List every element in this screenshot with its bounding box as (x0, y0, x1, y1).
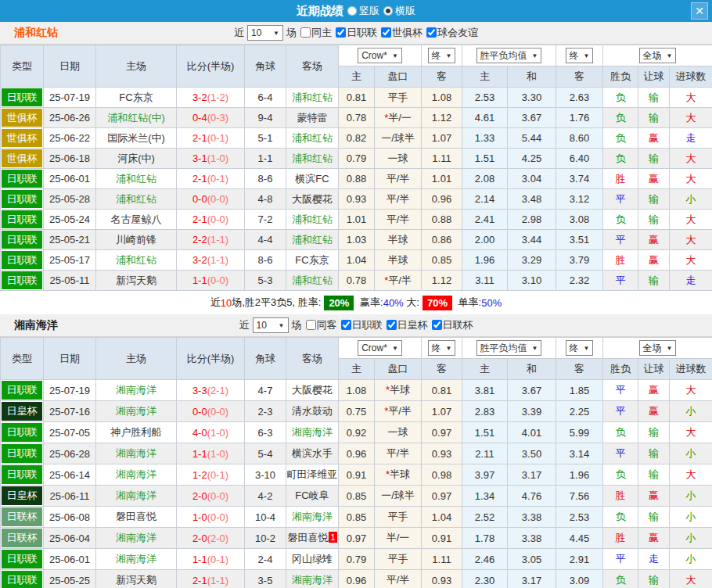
col-header-odds-home: 主 (339, 359, 375, 380)
avg-final-select[interactable]: 终▼ (566, 340, 594, 356)
close-button[interactable]: ✕ (691, 2, 708, 20)
scope-select[interactable]: 全场▼ (639, 48, 677, 63)
odds-handicap: *半球 (375, 380, 422, 401)
result-goals: 大 (670, 422, 712, 443)
filter-checkbox[interactable]: 日职联 (341, 318, 383, 332)
col-header-odds-away: 客 (422, 66, 462, 88)
result-wdl: 平 (603, 189, 638, 210)
checkbox-input[interactable] (432, 320, 442, 330)
corners: 5-1 (245, 128, 286, 149)
match-date: 25-05-11 (44, 271, 96, 291)
competition-badge: 日皇杯 (1, 401, 44, 422)
odds-final-select[interactable]: 终▼ (428, 340, 456, 356)
col-header-odds-handicap: 盘口 (375, 359, 422, 380)
away-team: FC东京 (286, 250, 339, 271)
result-handicap: 输 (638, 271, 670, 291)
checkbox-input[interactable] (381, 27, 391, 38)
layout-radio-group: 竖版横版 (343, 4, 415, 18)
dialog-title: 近期战绩 (297, 4, 343, 19)
match-row: 世俱杯25-06-22国际米兰(中)2-1(0-1)5-1浦和红钻0.82一/球… (1, 128, 712, 149)
checkbox-input[interactable] (336, 27, 346, 38)
avg-source-select[interactable]: 胜平负均值▼ (476, 340, 542, 356)
match-row: 日职联25-07-05神户胜利船4-0(1-0)6-3湘南海洋0.92一球0.9… (1, 422, 712, 443)
result-handicap: 输 (638, 108, 670, 128)
odds-source-select[interactable]: Crow*▼ (358, 48, 402, 63)
avg-away: 2.63 (556, 88, 603, 108)
away-team: 浦和红钻 (286, 230, 339, 250)
checkbox-input[interactable] (306, 320, 316, 330)
radio-icon[interactable] (347, 6, 357, 16)
home-team: 磐田喜悦 (96, 507, 177, 528)
checkbox-input[interactable] (341, 320, 351, 330)
result-goals: 大 (670, 149, 712, 169)
corners: 7-2 (245, 210, 286, 230)
odds-home: 0.82 (339, 128, 375, 149)
match-score: 3-2(1-2) (177, 88, 245, 108)
filter-checkbox[interactable]: 同主 (300, 26, 332, 40)
odds-home: 0.92 (339, 422, 375, 443)
col-header-result-goals: 进球数 (670, 66, 712, 88)
home-team: 新泻天鹅 (96, 271, 177, 291)
avg-away: 3.08 (556, 210, 603, 230)
result-goals: 走 (670, 271, 712, 291)
checkbox-input[interactable] (426, 27, 437, 38)
home-team: 浦和红钻 (96, 189, 177, 210)
home-team: 新泻天鹅 (96, 570, 177, 588)
away-team: 浦和红钻 (286, 210, 339, 230)
section-header: 湘南海洋 近 10▼ 场 同客日职联日皇杯日联杯 (0, 314, 712, 337)
result-wdl: 负 (603, 507, 638, 528)
competition-badge: 日联杯 (1, 528, 44, 549)
filter-checkbox[interactable]: 同客 (306, 318, 337, 332)
avg-final-select[interactable]: 终▼ (566, 48, 594, 63)
odds-home: 0.81 (339, 88, 375, 108)
match-score: 2-2(1-1) (177, 230, 245, 250)
match-row: 日职联25-06-14湘南海洋1-2(0-1)3-10町田泽维亚0.91*半球0… (1, 464, 712, 486)
avg-away: 1.96 (556, 464, 603, 486)
result-goals: 大 (670, 250, 712, 271)
away-team: 浦和红钻 (286, 149, 339, 169)
match-row: 日职联25-06-28湘南海洋1-1(1-0)5-4横滨水手0.96平/半0.9… (1, 443, 712, 464)
col-header-avg-home: 主 (462, 66, 508, 88)
layout-radio[interactable]: 竖版 (347, 4, 379, 18)
checkbox-input[interactable] (300, 27, 311, 38)
avg-source-select[interactable]: 胜平负均值▼ (476, 48, 542, 63)
match-count-select[interactable]: 10▼ (247, 25, 283, 41)
filter-checkbox[interactable]: 日皇杯 (387, 318, 428, 332)
result-goals: 大 (670, 108, 712, 128)
match-date: 25-07-05 (44, 422, 96, 443)
odds-away: 0.97 (422, 422, 462, 443)
checkbox-input[interactable] (387, 320, 397, 330)
away-team: 町田泽维亚 (286, 464, 339, 486)
radio-icon[interactable] (383, 6, 393, 16)
avg-home: 1.33 (462, 128, 508, 149)
match-score: 1-1(1-0) (177, 443, 245, 464)
match-count-select[interactable]: 10▼ (253, 317, 289, 333)
col-header-score: 比分(半场) (177, 338, 245, 380)
odds-handicap: 一/球半 (375, 486, 422, 507)
home-team: 湘南海洋 (96, 401, 177, 422)
odds-source-select[interactable]: Crow*▼ (358, 340, 402, 356)
checkbox-label: 日职联 (352, 318, 383, 332)
match-score: 1-1(0-1) (177, 549, 245, 570)
result-goals: 大 (670, 169, 712, 189)
corners: 10-4 (245, 507, 286, 528)
filter-checkbox[interactable]: 日联杯 (432, 318, 473, 332)
layout-radio[interactable]: 横版 (383, 4, 415, 18)
odds-handicap: *平/半 (375, 271, 422, 291)
odds-home: 1.03 (339, 230, 375, 250)
filter-checkbox[interactable]: 日职联 (336, 26, 377, 40)
games-label: 场 (292, 318, 302, 332)
filter-checkbox[interactable]: 世俱杯 (381, 26, 423, 40)
odds-handicap: 平手 (375, 549, 422, 570)
checkbox-label: 日联杯 (443, 318, 473, 332)
corners: 2-4 (245, 549, 286, 570)
filter-checkbox[interactable]: 球会友谊 (426, 26, 478, 40)
result-handicap: 走 (638, 549, 670, 570)
avg-draw: 4.25 (508, 149, 556, 169)
col-header-avg-draw: 和 (508, 66, 556, 88)
dialog-titlebar: 近期战绩 竖版横版 ✕ (0, 0, 712, 22)
odds-final-select[interactable]: 终▼ (428, 48, 456, 63)
scope-select[interactable]: 全场▼ (639, 340, 677, 356)
result-wdl: 负 (603, 422, 638, 443)
match-date: 25-06-01 (44, 549, 96, 570)
